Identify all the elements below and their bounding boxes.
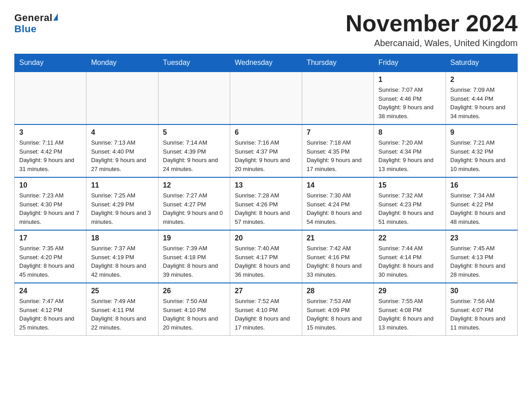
- calendar-cell: 28Sunrise: 7:53 AMSunset: 4:09 PMDayligh…: [302, 283, 373, 336]
- calendar-cell: 5Sunrise: 7:14 AMSunset: 4:39 PMDaylight…: [158, 124, 230, 177]
- calendar-cell: 6Sunrise: 7:16 AMSunset: 4:37 PMDaylight…: [230, 124, 302, 177]
- day-info: Sunrise: 7:07 AMSunset: 4:46 PMDaylight:…: [378, 86, 441, 120]
- day-info: Sunrise: 7:21 AMSunset: 4:32 PMDaylight:…: [450, 138, 513, 173]
- day-info: Sunrise: 7:13 AMSunset: 4:40 PMDaylight:…: [91, 138, 153, 173]
- calendar-header-sunday: Sunday: [15, 54, 86, 72]
- day-number: 30: [450, 287, 513, 295]
- day-number: 8: [378, 128, 441, 137]
- day-info: Sunrise: 7:47 AMSunset: 4:12 PMDaylight:…: [19, 297, 82, 332]
- calendar-cell: 22Sunrise: 7:44 AMSunset: 4:14 PMDayligh…: [374, 230, 446, 283]
- calendar-header-thursday: Thursday: [302, 54, 373, 72]
- day-info: Sunrise: 7:49 AMSunset: 4:11 PMDaylight:…: [91, 297, 153, 332]
- calendar-cell: 11Sunrise: 7:25 AMSunset: 4:29 PMDayligh…: [86, 177, 158, 230]
- day-number: 2: [450, 76, 513, 84]
- calendar-week-row: 1Sunrise: 7:07 AMSunset: 4:46 PMDaylight…: [15, 72, 518, 124]
- calendar-cell: 24Sunrise: 7:47 AMSunset: 4:12 PMDayligh…: [15, 283, 86, 336]
- day-info: Sunrise: 7:55 AMSunset: 4:08 PMDaylight:…: [378, 297, 441, 332]
- day-info: Sunrise: 7:52 AMSunset: 4:10 PMDaylight:…: [235, 297, 297, 332]
- day-number: 3: [19, 128, 82, 137]
- day-info: Sunrise: 7:14 AMSunset: 4:39 PMDaylight:…: [163, 138, 225, 173]
- day-info: Sunrise: 7:25 AMSunset: 4:29 PMDaylight:…: [91, 191, 153, 226]
- day-number: 15: [378, 181, 441, 189]
- day-number: 12: [163, 181, 225, 189]
- calendar-cell: 25Sunrise: 7:49 AMSunset: 4:11 PMDayligh…: [86, 283, 158, 336]
- calendar-cell: 19Sunrise: 7:39 AMSunset: 4:18 PMDayligh…: [158, 230, 230, 283]
- day-info: Sunrise: 7:50 AMSunset: 4:10 PMDaylight:…: [163, 297, 225, 332]
- day-info: Sunrise: 7:39 AMSunset: 4:18 PMDaylight:…: [163, 244, 225, 279]
- day-number: 13: [235, 181, 297, 189]
- calendar-cell: 27Sunrise: 7:52 AMSunset: 4:10 PMDayligh…: [230, 283, 302, 336]
- day-number: 27: [235, 287, 297, 295]
- day-info: Sunrise: 7:09 AMSunset: 4:44 PMDaylight:…: [450, 86, 513, 120]
- day-info: Sunrise: 7:11 AMSunset: 4:42 PMDaylight:…: [19, 138, 82, 173]
- day-info: Sunrise: 7:34 AMSunset: 4:22 PMDaylight:…: [450, 191, 513, 226]
- day-number: 9: [450, 128, 513, 137]
- day-info: Sunrise: 7:16 AMSunset: 4:37 PMDaylight:…: [235, 138, 297, 173]
- month-title: November 2024: [346, 11, 518, 36]
- day-number: 21: [307, 234, 369, 242]
- day-number: 23: [450, 234, 513, 242]
- day-number: 1: [378, 76, 441, 84]
- day-info: Sunrise: 7:27 AMSunset: 4:27 PMDaylight:…: [163, 191, 225, 226]
- day-info: Sunrise: 7:37 AMSunset: 4:19 PMDaylight:…: [91, 244, 153, 279]
- calendar-header-tuesday: Tuesday: [158, 54, 230, 72]
- calendar-week-row: 10Sunrise: 7:23 AMSunset: 4:30 PMDayligh…: [15, 177, 518, 230]
- day-number: 29: [378, 287, 441, 295]
- day-number: 14: [307, 181, 369, 189]
- calendar-cell: [230, 72, 302, 124]
- day-number: 28: [307, 287, 369, 295]
- calendar-cell: 20Sunrise: 7:40 AMSunset: 4:17 PMDayligh…: [230, 230, 302, 283]
- day-number: 11: [91, 181, 153, 189]
- title-block: November 2024 Abercanaid, Wales, United …: [346, 11, 518, 48]
- day-info: Sunrise: 7:23 AMSunset: 4:30 PMDaylight:…: [19, 191, 82, 226]
- calendar-cell: [86, 72, 158, 124]
- day-number: 19: [163, 234, 225, 242]
- logo: General Blue: [14, 13, 58, 35]
- calendar-cell: 23Sunrise: 7:45 AMSunset: 4:13 PMDayligh…: [446, 230, 517, 283]
- day-number: 7: [307, 128, 369, 137]
- calendar-table: SundayMondayTuesdayWednesdayThursdayFrid…: [14, 54, 518, 336]
- day-number: 25: [91, 287, 153, 295]
- calendar-cell: [15, 72, 86, 124]
- calendar-cell: 10Sunrise: 7:23 AMSunset: 4:30 PMDayligh…: [15, 177, 86, 230]
- calendar-cell: 17Sunrise: 7:35 AMSunset: 4:20 PMDayligh…: [15, 230, 86, 283]
- calendar-cell: 9Sunrise: 7:21 AMSunset: 4:32 PMDaylight…: [446, 124, 517, 177]
- day-number: 24: [19, 287, 82, 295]
- day-info: Sunrise: 7:44 AMSunset: 4:14 PMDaylight:…: [378, 244, 441, 279]
- day-info: Sunrise: 7:20 AMSunset: 4:34 PMDaylight:…: [378, 138, 441, 173]
- calendar-cell: 13Sunrise: 7:28 AMSunset: 4:26 PMDayligh…: [230, 177, 302, 230]
- calendar-cell: 12Sunrise: 7:27 AMSunset: 4:27 PMDayligh…: [158, 177, 230, 230]
- day-info: Sunrise: 7:42 AMSunset: 4:16 PMDaylight:…: [307, 244, 369, 279]
- day-number: 26: [163, 287, 225, 295]
- day-number: 10: [19, 181, 82, 189]
- day-info: Sunrise: 7:30 AMSunset: 4:24 PMDaylight:…: [307, 191, 369, 226]
- location: Abercanaid, Wales, United Kingdom: [346, 38, 518, 48]
- calendar-cell: 26Sunrise: 7:50 AMSunset: 4:10 PMDayligh…: [158, 283, 230, 336]
- calendar-cell: 30Sunrise: 7:56 AMSunset: 4:07 PMDayligh…: [446, 283, 517, 336]
- day-number: 20: [235, 234, 297, 242]
- logo-blue: Blue: [14, 23, 37, 35]
- calendar-cell: 3Sunrise: 7:11 AMSunset: 4:42 PMDaylight…: [15, 124, 86, 177]
- day-info: Sunrise: 7:18 AMSunset: 4:35 PMDaylight:…: [307, 138, 369, 173]
- calendar-header-saturday: Saturday: [446, 54, 517, 72]
- calendar-cell: [302, 72, 373, 124]
- calendar-header-monday: Monday: [86, 54, 158, 72]
- calendar-header-friday: Friday: [374, 54, 446, 72]
- day-info: Sunrise: 7:28 AMSunset: 4:26 PMDaylight:…: [235, 191, 297, 226]
- day-info: Sunrise: 7:35 AMSunset: 4:20 PMDaylight:…: [19, 244, 82, 279]
- day-number: 5: [163, 128, 225, 137]
- calendar-cell: 14Sunrise: 7:30 AMSunset: 4:24 PMDayligh…: [302, 177, 373, 230]
- calendar-cell: [158, 72, 230, 124]
- day-number: 22: [378, 234, 441, 242]
- day-info: Sunrise: 7:40 AMSunset: 4:17 PMDaylight:…: [235, 244, 297, 279]
- calendar-cell: 1Sunrise: 7:07 AMSunset: 4:46 PMDaylight…: [374, 72, 446, 124]
- day-info: Sunrise: 7:32 AMSunset: 4:23 PMDaylight:…: [378, 191, 441, 226]
- page-header: General Blue November 2024 Abercanaid, W…: [14, 11, 518, 48]
- day-number: 16: [450, 181, 513, 189]
- day-info: Sunrise: 7:56 AMSunset: 4:07 PMDaylight:…: [450, 297, 513, 332]
- calendar-week-row: 17Sunrise: 7:35 AMSunset: 4:20 PMDayligh…: [15, 230, 518, 283]
- calendar-cell: 21Sunrise: 7:42 AMSunset: 4:16 PMDayligh…: [302, 230, 373, 283]
- calendar-cell: 29Sunrise: 7:55 AMSunset: 4:08 PMDayligh…: [374, 283, 446, 336]
- day-number: 18: [91, 234, 153, 242]
- day-info: Sunrise: 7:53 AMSunset: 4:09 PMDaylight:…: [307, 297, 369, 332]
